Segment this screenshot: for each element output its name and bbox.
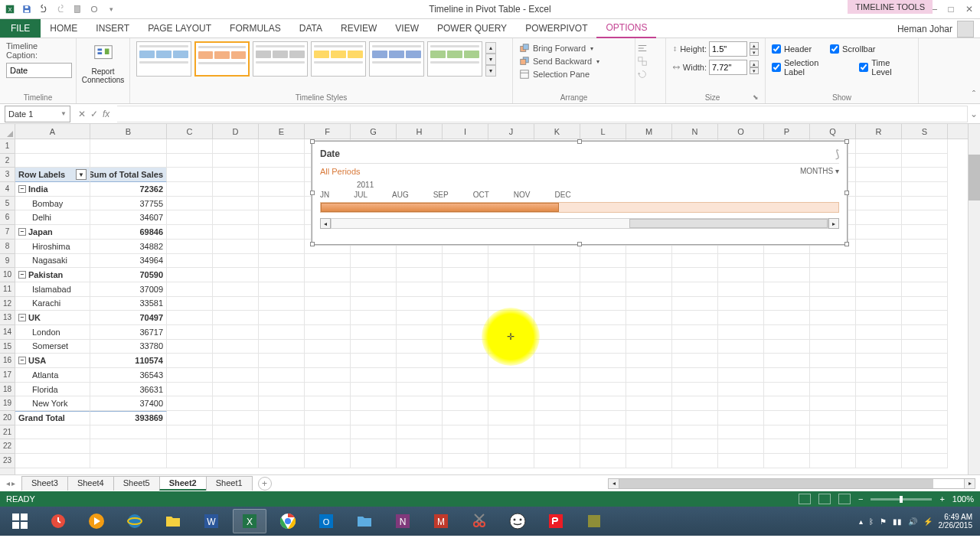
row-header[interactable]: 11 <box>0 282 15 297</box>
file-explorer-icon[interactable] <box>156 509 190 533</box>
network-icon[interactable]: ▮▮ <box>893 517 902 526</box>
fx-icon[interactable]: fx <box>103 109 109 119</box>
emoji-icon[interactable] <box>501 509 534 533</box>
chrome-icon[interactable] <box>271 509 305 533</box>
collapse-icon[interactable]: − <box>18 271 26 279</box>
cell[interactable]: −Pakistan <box>15 268 90 282</box>
selection-pane-button[interactable]: Selection Pane <box>519 69 629 80</box>
timeline-styles-gallery[interactable]: ▴ ▾ ▾ <box>136 41 506 77</box>
tab-insert[interactable]: INSERT <box>87 19 139 37</box>
height-down[interactable]: ▾ <box>750 49 759 56</box>
cell[interactable]: Nagasaki <box>15 254 90 269</box>
style-option[interactable] <box>253 41 308 77</box>
page-break-view-icon[interactable] <box>838 494 851 504</box>
tab-options[interactable]: OPTIONS <box>596 18 656 38</box>
clock[interactable]: 6:49 AM 2/26/2015 <box>939 513 973 530</box>
hscroll-left[interactable]: ◂ <box>609 479 619 488</box>
zoom-slider[interactable] <box>871 498 932 500</box>
column-header[interactable]: E <box>259 124 305 139</box>
selection-label-checkbox[interactable]: Selection Label <box>772 58 841 77</box>
cell[interactable]: 33581 <box>90 297 167 311</box>
cell[interactable] <box>90 154 167 168</box>
column-header[interactable]: O <box>718 124 764 139</box>
rotate-button[interactable] <box>637 69 664 80</box>
zoom-in-icon[interactable]: + <box>939 494 944 504</box>
row-header[interactable]: 21 <box>0 425 15 440</box>
column-header[interactable]: K <box>534 124 580 139</box>
column-header[interactable]: A <box>15 124 90 139</box>
cell[interactable]: Florida <box>15 383 90 397</box>
row-header[interactable]: 7 <box>0 225 15 240</box>
cell[interactable]: Delhi <box>15 210 90 225</box>
start-button[interactable] <box>3 509 37 533</box>
tab-data[interactable]: DATA <box>290 19 332 37</box>
style-option[interactable] <box>311 41 366 77</box>
tab-file[interactable]: FILE <box>0 19 41 37</box>
cell[interactable]: 37009 <box>90 282 167 297</box>
word-icon[interactable]: W <box>194 509 228 533</box>
cancel-formula-icon[interactable]: ✕ <box>78 109 86 119</box>
redo-icon[interactable] <box>54 2 67 16</box>
collapse-icon[interactable]: − <box>18 314 26 321</box>
onenote-icon[interactable]: N <box>386 509 420 533</box>
column-header[interactable]: J <box>488 124 534 139</box>
sheet-tab[interactable]: Sheet1 <box>206 476 253 491</box>
folder-icon[interactable] <box>348 509 381 533</box>
battery-icon[interactable]: ⚡ <box>923 517 933 526</box>
cell[interactable]: 393869 <box>90 411 167 425</box>
cell[interactable]: −USA <box>15 354 90 368</box>
gallery-scroll-up[interactable]: ▴ <box>485 42 496 54</box>
new-sheet-button[interactable]: + <box>258 477 272 491</box>
cell[interactable]: 37400 <box>90 396 167 411</box>
bring-forward-button[interactable]: Bring Forward▾ <box>519 43 629 54</box>
tab-review[interactable]: REVIEW <box>332 19 386 37</box>
column-header[interactable]: G <box>351 124 397 139</box>
scrollbar-checkbox[interactable]: Scrollbar <box>830 44 875 54</box>
height-up[interactable]: ▴ <box>750 42 759 49</box>
send-backward-button[interactable]: Send Backward▾ <box>519 56 629 67</box>
row-header[interactable]: 14 <box>0 325 15 340</box>
timeline-caption-input[interactable] <box>6 63 72 78</box>
gallery-scroll-down[interactable]: ▾ <box>485 54 496 65</box>
row-header[interactable]: 19 <box>0 396 15 411</box>
row-header[interactable]: 8 <box>0 240 15 254</box>
width-input[interactable] <box>709 60 747 75</box>
timeline-scroll-thumb[interactable] <box>629 219 828 228</box>
column-header[interactable]: I <box>443 124 488 139</box>
row-header[interactable]: 20 <box>0 411 15 425</box>
timeline-scroll-right[interactable]: ▸ <box>828 218 839 229</box>
height-input[interactable] <box>709 41 747 57</box>
clock-app-icon[interactable] <box>41 509 75 533</box>
expand-formula-bar-icon[interactable]: ⌄ <box>968 109 980 119</box>
cell[interactable] <box>15 139 90 154</box>
cell[interactable]: New York <box>15 396 90 411</box>
collapse-icon[interactable]: − <box>18 185 26 193</box>
tray-expand-icon[interactable]: ▴ <box>859 517 863 526</box>
save-icon[interactable] <box>20 2 34 16</box>
header-checkbox[interactable]: Header <box>772 44 812 54</box>
cell[interactable]: 36543 <box>90 368 167 383</box>
touch-mode-icon[interactable] <box>87 2 101 16</box>
sheet-tab[interactable]: Sheet2 <box>159 476 207 491</box>
cell[interactable]: 37755 <box>90 197 167 211</box>
tab-view[interactable]: VIEW <box>386 19 428 37</box>
style-option[interactable] <box>427 41 482 77</box>
cell[interactable]: Hiroshima <box>15 240 90 254</box>
ie-icon[interactable] <box>118 509 152 533</box>
size-dialog-launcher[interactable]: ⬊ <box>753 93 759 102</box>
cell[interactable] <box>15 154 90 168</box>
report-connections-button[interactable]: ReportConnections <box>79 41 128 86</box>
timeline-scrollbar[interactable] <box>331 218 828 229</box>
formula-input[interactable] <box>117 106 968 122</box>
cell[interactable] <box>90 425 167 440</box>
gallery-more[interactable]: ▾ <box>485 65 496 77</box>
column-header[interactable]: C <box>167 124 213 139</box>
app-icon-2[interactable] <box>577 509 611 533</box>
close-icon[interactable]: ✕ <box>963 4 975 15</box>
style-option[interactable] <box>369 41 424 77</box>
excel-taskbar-icon[interactable]: X <box>233 509 266 533</box>
sheet-tab[interactable]: Sheet3 <box>21 476 68 491</box>
outlook-icon[interactable]: O <box>309 509 343 533</box>
cell[interactable]: −India <box>15 182 90 197</box>
paste-icon[interactable] <box>70 2 84 16</box>
